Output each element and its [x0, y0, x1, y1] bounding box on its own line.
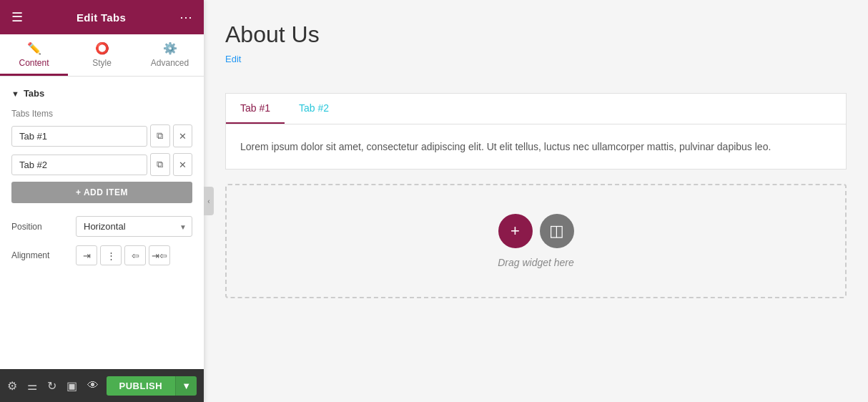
- remove-tab-1-button[interactable]: ✕: [173, 124, 193, 147]
- alignment-label: Alignment: [11, 250, 69, 260]
- tab-nav-2[interactable]: Tab #2: [285, 94, 343, 124]
- hamburger-icon[interactable]: ☰: [11, 9, 23, 25]
- sidebar-title: Edit Tabs: [77, 11, 126, 24]
- sidebar-tabs: ✏️ Content ⭕ Style ⚙️ Advanced: [0, 34, 204, 77]
- tabs-widget: Tab #1 Tab #2 Lorem ipsum dolor sit amet…: [225, 93, 847, 170]
- align-center-button[interactable]: ⋮: [100, 245, 122, 265]
- collapse-handle[interactable]: ‹: [204, 187, 214, 215]
- tab-style[interactable]: ⭕ Style: [68, 34, 136, 76]
- duplicate-tab-1-button[interactable]: ⧉: [150, 124, 170, 147]
- page-title: About Us: [225, 21, 847, 48]
- edit-link[interactable]: Edit: [225, 54, 241, 64]
- position-row: Position Horizontal Vertical ▼: [11, 216, 192, 237]
- position-select-wrapper: Horizontal Vertical ▼: [76, 216, 192, 237]
- section-header: ▼ Tabs: [11, 88, 192, 99]
- drop-zone-text: Drag widget here: [498, 257, 574, 268]
- add-widget-button[interactable]: +: [498, 214, 533, 248]
- tabs-items-label: Tabs Items: [11, 109, 192, 119]
- alignment-buttons: ⇥ ⋮ ⇦ ⇥⇦: [76, 245, 170, 265]
- publish-button[interactable]: PUBLISH: [107, 376, 176, 396]
- duplicate-tab-2-button[interactable]: ⧉: [150, 153, 170, 176]
- preview-icon[interactable]: 👁: [87, 379, 99, 392]
- chevron-down-icon: ▼: [11, 89, 19, 98]
- layers-icon[interactable]: ⚌: [27, 379, 37, 393]
- section-title: Tabs: [24, 88, 44, 99]
- main-content: About Us Edit Tab #1 Tab #2 Lorem ipsum …: [204, 0, 868, 402]
- settings-icon[interactable]: ⚙: [7, 379, 17, 393]
- publish-group: PUBLISH ▼: [107, 376, 197, 396]
- sidebar: ☰ Edit Tabs ⋯ ✏️ Content ⭕ Style ⚙️ Adva…: [0, 0, 204, 402]
- history-icon[interactable]: ↻: [47, 379, 56, 393]
- sidebar-header: ☰ Edit Tabs ⋯: [0, 0, 204, 34]
- tabs-nav: Tab #1 Tab #2: [226, 94, 846, 124]
- tab-content[interactable]: ✏️ Content: [0, 34, 68, 76]
- remove-tab-2-button[interactable]: ✕: [173, 153, 193, 176]
- drop-zone: + ◫ Drag widget here: [225, 184, 847, 298]
- tab-item-row-1: ⧉ ✕: [11, 124, 192, 147]
- tab-content-area: Lorem ipsum dolor sit amet, consectetur …: [226, 124, 846, 169]
- publish-dropdown-button[interactable]: ▼: [175, 376, 197, 396]
- drop-zone-icons: + ◫: [498, 214, 574, 248]
- add-item-button[interactable]: + ADD ITEM: [11, 182, 192, 203]
- responsive-icon[interactable]: ▣: [66, 379, 77, 393]
- align-right-button[interactable]: ⇦: [124, 245, 146, 265]
- advanced-icon: ⚙️: [163, 41, 177, 55]
- alignment-row: Alignment ⇥ ⋮ ⇦ ⇥⇦: [11, 245, 192, 265]
- folder-widget-button[interactable]: ◫: [540, 214, 574, 248]
- content-icon: ✏️: [27, 41, 41, 55]
- align-left-button[interactable]: ⇥: [76, 245, 97, 265]
- position-label: Position: [11, 222, 69, 232]
- bottom-bar: ⚙ ⚌ ↻ ▣ 👁 PUBLISH ▼: [0, 369, 204, 402]
- tab-nav-1[interactable]: Tab #1: [226, 94, 285, 124]
- align-justify-button[interactable]: ⇥⇦: [149, 245, 170, 265]
- sidebar-content: ▼ Tabs Tabs Items ⧉ ✕ ⧉ ✕ + ADD ITEM Pos…: [0, 77, 204, 374]
- position-select[interactable]: Horizontal Vertical: [76, 216, 192, 237]
- tab-item-row-2: ⧉ ✕: [11, 153, 192, 176]
- tab-advanced[interactable]: ⚙️ Advanced: [136, 34, 204, 76]
- tab-item-input-2[interactable]: [11, 155, 147, 175]
- grid-icon[interactable]: ⋯: [179, 9, 192, 25]
- style-icon: ⭕: [95, 41, 109, 55]
- bottom-icons: ⚙ ⚌ ↻ ▣ 👁: [7, 379, 99, 393]
- tab-item-input-1[interactable]: [11, 126, 147, 147]
